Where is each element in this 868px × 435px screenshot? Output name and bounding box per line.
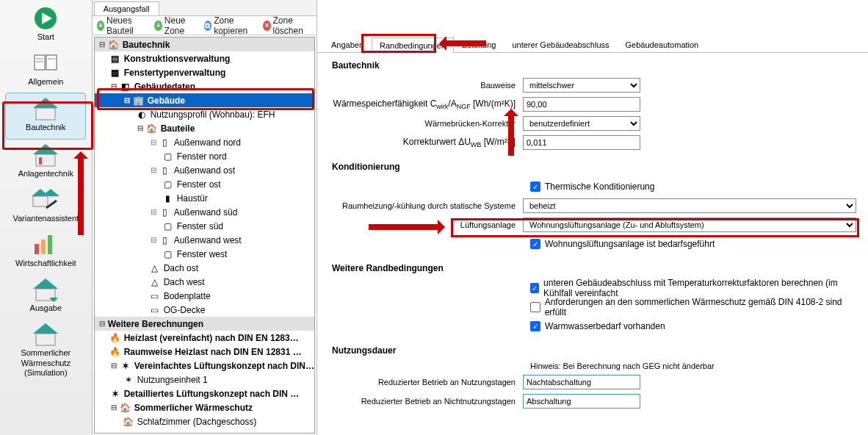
tree-item[interactable]: 🏠Schlafzimmer (Dachgeschoss) [95,414,314,428]
tree-item[interactable]: ⊟✶Vereinfachtes Lüftungskonzept nach DIN… [95,359,314,373]
tree-item[interactable]: ▤Konstruktionsverwaltung [95,51,314,65]
roof-icon: △ [149,276,161,288]
nav-anlagentechnik[interactable]: Anlagentechnik [5,140,86,184]
tree-item[interactable]: △Dach ost [95,261,314,275]
section-title: Nutzungsdauer [332,345,856,356]
neue-zone-button[interactable]: +Neue Zone [154,15,196,36]
tree-item[interactable]: ⊟▯Außenwand west [95,233,314,247]
tree-item[interactable]: ▮Haustür [95,191,314,205]
tab-angaben[interactable]: Angaben [323,37,372,52]
red2-input[interactable] [523,394,640,409]
window-icon: ▢ [162,151,174,162]
tree-item[interactable]: ⊟▯Außenwand ost [95,163,314,177]
tree-item[interactable]: ▭OG-Decke [95,303,314,317]
raumheizung-select[interactable]: beheizt [523,198,856,213]
tree-item[interactable]: 🔥Heizlast (vereinfacht) nach DIN EN 1283… [95,331,314,345]
wall-icon: ▯ [159,234,171,246]
door-icon: ▮ [162,193,174,204]
korrektur-input[interactable] [523,135,640,150]
house-icon [31,96,60,121]
svg-rect-8 [36,108,55,120]
unteren-checkbox[interactable] [530,283,539,293]
section-title: Bautechnik [332,60,856,71]
bruecken-select[interactable]: benutzerdefiniert [523,116,640,131]
bauweise-select[interactable]: mittelschwer [523,78,640,93]
red2-label: Reduzierter Betrieb an Nichtnutzungstage… [332,397,523,406]
tree-item-gebaeude[interactable]: ⊟🏢Gebäude [95,93,314,107]
waermespeicher-input[interactable] [523,97,640,112]
wall-icon: ▯ [159,206,171,218]
tree-item[interactable]: △Dach west [95,275,314,289]
nav-variantenassistent[interactable]: Variantenassistent [5,184,86,229]
tree-item[interactable]: 🔥Raumweise Heizlast nach DIN EN 12831 … [95,345,314,359]
section-bautechnik: Bautechnik Bauweise mittelschwer Wärmesp… [332,60,856,151]
section-weitere: Weitere Randbedingungen unteren Gebäudea… [332,263,856,335]
tool-label: Zone kopieren [214,15,256,36]
tree-item[interactable]: ◐Nutzungsprofil (Wohnbau): EFH [95,107,314,121]
zone-kopieren-button[interactable]: ⧉Zone kopieren [204,15,256,36]
fan-icon: ✶ [109,388,121,400]
svg-rect-3 [46,55,57,70]
wall-icon: ▯ [159,165,171,176]
nav-allgemein[interactable]: Allgemein [5,48,86,93]
delete-icon: × [263,21,270,31]
waermespeicher-label: Wärmespeicherfähigkeit Cwirk/ANGF [Wh/(m… [332,98,523,110]
red1-input[interactable] [523,375,640,389]
section-nutzung: Nutzungsdauer Hinweis: Bei Berechnung na… [332,345,856,410]
layers-icon: ▤ [109,53,121,65]
tree-item[interactable]: ⊟▯Außenwand nord [95,135,314,149]
tree-group[interactable]: ⊟Weitere Berechnungen [95,317,314,331]
detail-tabs: Angaben Randbedingungen Belüftung untere… [317,34,868,53]
tree-item[interactable]: ✶Detailliertes Lüftungskonzept nach DIN … [95,387,314,400]
svg-rect-2 [35,55,45,70]
section-title: Konditionierung [332,162,856,172]
nav-wirtschaftlichkeit[interactable]: Wirtschaftlichkeit [5,229,86,274]
tree-item[interactable]: ⊟▯Außenwand süd [95,205,314,219]
tool-label: Neue Zone [164,15,197,36]
lueftung-select[interactable]: Wohnungslüftungsanlage (Zu- und Abluftsy… [523,218,856,232]
tree-item[interactable]: ⊟🏠Bauteile [95,121,314,135]
house-arrow-icon [31,277,60,302]
navigation-tree[interactable]: ⊟🏠Bautechnik ▤Konstruktionsverwaltung ▦F… [94,37,315,434]
sommer-checkbox[interactable] [530,302,540,312]
tree-item[interactable]: ▭Bodenplatte [95,289,314,303]
zone-loeschen-button[interactable]: ×Zone löschen [263,15,312,36]
tab-automation[interactable]: Gebäudeautomation [618,37,707,52]
svg-rect-16 [35,244,39,254]
tree-item[interactable]: ▢Fenster süd [95,219,314,233]
arrow-annotation [442,40,486,46]
house-pipes-icon [31,143,60,168]
warmwasser-checkbox[interactable] [530,321,540,331]
room-icon: 🏠 [123,416,134,428]
tree-item[interactable]: ▢Fenster west [95,247,314,261]
arrow-annotation [369,224,442,230]
tree-item[interactable]: ▢Fenster ost [95,177,314,191]
nav-sommerlicher[interactable]: Sommerlicher Wärmeschutz (Simulation) [5,319,86,384]
checkbox-label: Wohnungslüftungsanlage ist bedarfsgeführ… [545,239,715,249]
tree-item[interactable]: ▦Fenstertypenverwaltung [95,65,314,79]
bedarf-checkbox[interactable] [530,239,540,249]
hint-text: Hinweis: Bei Berechnung nach GEG nicht ä… [530,362,856,370]
thermische-checkbox[interactable] [530,181,540,192]
nav-bautechnik[interactable]: Bautechnik [5,93,86,139]
plus-icon: + [97,21,104,31]
cube-icon: ◧ [120,81,131,93]
svg-marker-7 [33,98,58,108]
tree-item[interactable]: ⊟🏠Sommerlicher Wärmeschutz [95,400,314,414]
tree-item[interactable]: ✶Nutzungseinheit 1 [95,373,314,387]
nav-label: Anlagentechnik [5,169,86,179]
nav-start[interactable]: Start [5,3,86,48]
tree-item[interactable]: ⊟◧Gebäudedaten [95,79,314,93]
svg-rect-18 [48,235,52,254]
tree-root[interactable]: ⊟🏠Bautechnik [95,37,314,51]
window-icon: ▢ [162,248,174,260]
main-panel: Angaben Randbedingungen Belüftung untere… [317,0,868,435]
svg-rect-11 [39,157,42,165]
neues-bauteil-button[interactable]: +Neues Bauteil [97,15,148,36]
tab-ausgangsfall[interactable]: Ausgangsfall [94,1,159,15]
tab-unterer[interactable]: unterer Gebäudeabschluss [504,37,617,52]
tool-label: Zone löschen [273,15,312,36]
bars-icon [31,232,60,257]
nav-ausgabe[interactable]: Ausgabe [5,274,86,319]
tree-item[interactable]: ▢Fenster nord [95,149,314,163]
